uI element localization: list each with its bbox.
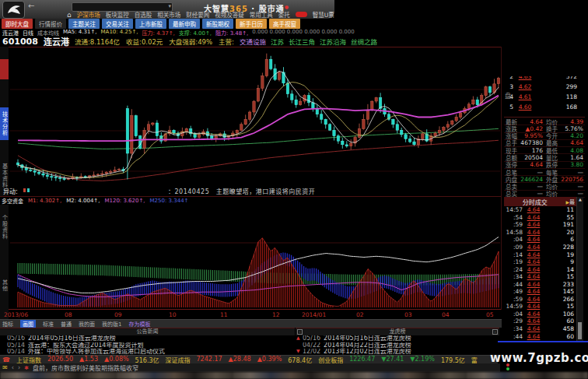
nav-tab-0[interactable]: 即时大盘: [2, 19, 33, 29]
main-menu: ⌂沪深市场板块监控自选股相关市场财经要闻视频及答疑常用工具委托智慧U票: [67, 10, 334, 19]
tick-price: 4.64: [523, 281, 544, 288]
news-item[interactable]: 05/162014年05月16日连云港龙虎榜: [0, 335, 295, 342]
scrollbar-thumb[interactable]: [578, 322, 582, 339]
chart-marker-icons: [23, 188, 30, 192]
tick-volume: 458: [544, 325, 576, 332]
menu-item-1[interactable]: 板块监控: [106, 10, 129, 19]
left-tab-其他[interactable]: 其他: [0, 276, 9, 295]
scroll-up-icon[interactable]: ▲: [296, 335, 300, 340]
nav-tab-3[interactable]: 交易关注: [102, 19, 133, 29]
order-price: 4.60: [513, 104, 537, 111]
nav-tab-2[interactable]: 主题关注: [68, 19, 100, 29]
stock-tag-3[interactable]: 江苏沿海: [320, 37, 346, 46]
tick-row: :344.64458: [504, 325, 576, 333]
nav-tab-1[interactable]: 行情报价: [35, 19, 66, 29]
stock-tag-0[interactable]: 交通设施: [240, 37, 266, 46]
toolbar-item-6[interactable]: 存为模板: [128, 320, 150, 328]
news-date: 05/14: [7, 349, 25, 355]
sub-param-3: M250: 3.344↑: [150, 198, 189, 204]
panel-bottom-divider: [498, 341, 588, 342]
stock-tag-1[interactable]: 江苏: [271, 37, 284, 46]
toolbar-item-2[interactable]: 标准: [43, 320, 54, 328]
menu-item-3[interactable]: 相关市场: [157, 10, 180, 19]
tick-row: :044.64106: [504, 311, 576, 318]
news-item[interactable]: 05/162014年05月16日连云港龙虎榜: [296, 335, 499, 342]
x-axis-label: 04: [442, 311, 450, 318]
sub-indicator-name[interactable]: 多空资金: [2, 197, 23, 205]
nav-tab-7[interactable]: 新手日历: [236, 19, 267, 29]
menu-item-5[interactable]: 视频及答疑: [215, 10, 244, 19]
app-window: ← ▾ 大智慧365 · 股市通● ⌂沪深市场板块监控自选股相关市场财经要闻视频…: [0, 0, 588, 379]
watermark: www.7gpzb.com: [490, 351, 588, 365]
order-level: 5: [504, 104, 513, 111]
toolbar-item-4[interactable]: 我的面: [79, 320, 95, 328]
tick-list-tab[interactable]: 分时成交▶最: [504, 197, 576, 206]
stock-code: 601008: [2, 37, 38, 47]
scroll-up-icon[interactable]: ▲: [577, 197, 583, 202]
news-date: 04/22: [303, 342, 320, 349]
toolbar-item-5[interactable]: 我的版1: [102, 320, 121, 328]
stock-stat-1: 收益:0.02元: [126, 37, 163, 46]
scrollbar[interactable]: ▲: [576, 197, 583, 341]
left-tab-技术分析[interactable]: 技术分析: [0, 107, 9, 140]
left-tab-个股资料[interactable]: 个股资料: [0, 211, 9, 244]
tick-time: :49: [504, 288, 523, 295]
tick-price: 4.64: [523, 296, 544, 303]
tick-volume: 60: [544, 333, 576, 340]
menu-item-0[interactable]: 沪深市场: [77, 10, 100, 19]
star-icon: ✱: [24, 365, 29, 371]
tick-volume: 6: [544, 236, 576, 243]
left-tab-strip: 技术分析基本资料个股资料其他: [0, 47, 9, 319]
index-name: 深证成指: [166, 356, 191, 364]
menu-item-2[interactable]: 自选股: [135, 10, 152, 19]
menu-item-7[interactable]: 委托: [278, 10, 290, 19]
stock-tag-4[interactable]: 丝绸之路: [351, 37, 377, 46]
nav-tab-4[interactable]: 上市新股: [135, 19, 166, 29]
left-tab-marker[interactable]: [0, 59, 9, 79]
tick-tab-more[interactable]: 最: [569, 198, 575, 205]
fund-flow-plot[interactable]: [9, 205, 502, 310]
tick-price: 4.64: [523, 244, 544, 251]
mail-icon[interactable]: ✉: [2, 364, 8, 371]
index-quote-2[interactable]: 创业板指1226.47▼27.41▼2.19%179.5亿: [318, 356, 465, 364]
scroll-down-icon[interactable]: ▼: [296, 349, 300, 353]
sub-indicator-chart[interactable]: [9, 205, 502, 310]
news-date: 12/02: [303, 349, 320, 355]
candlestick-plot[interactable]: [9, 47, 502, 186]
toolbar-item-3[interactable]: 普通: [61, 320, 72, 328]
tick-volume: 55: [544, 214, 576, 221]
tick-volume: 9: [544, 258, 576, 265]
toolbar-item-0[interactable]: 指标: [2, 320, 13, 328]
prev-message-icon[interactable]: ‹: [12, 364, 14, 371]
next-message-icon[interactable]: ›: [18, 364, 20, 371]
collapse-right-icon[interactable]: ›: [492, 329, 498, 335]
stock-tag-2[interactable]: 长江三角: [289, 37, 315, 46]
index-quote-0[interactable]: 上证指数2026.50▲1.53▲0.08%516.3亿: [16, 356, 159, 364]
message-text[interactable]: 盘前，房市数据利好美股期指跌幅收窄: [33, 363, 138, 372]
stock-stat-3: 主营:: [219, 37, 234, 46]
news-item[interactable]: 05/14连云港：股东大会通过2014年度投资计划: [0, 342, 295, 349]
tick-volume: 11: [544, 206, 576, 213]
menu-item-6[interactable]: 常用工具: [250, 10, 273, 19]
tick-volume: 228: [544, 244, 576, 251]
collapse-left-icon[interactable]: ‹: [297, 329, 303, 335]
home-icon[interactable]: ⌂: [67, 11, 72, 19]
menu-item-promo[interactable]: 智慧U票: [313, 10, 334, 19]
main-candlestick-chart[interactable]: [9, 47, 502, 196]
nav-tab-8[interactable]: 高手视窗: [269, 19, 300, 29]
stat-value: 4.08: [558, 147, 585, 154]
nav-tab-6[interactable]: 新股期权: [202, 19, 233, 29]
toolbar-item-1[interactable]: 画图: [20, 320, 36, 328]
stat-value: ▲0.42: [518, 125, 544, 132]
index-pct: ▲0.39%: [257, 356, 282, 364]
stat-value: —: [558, 190, 585, 197]
tick-price: 4.64: [523, 318, 544, 325]
tick-row: :094.64228: [504, 244, 576, 251]
index-quote-1[interactable]: 深证成指7242.17▲28.48▲0.39%678.4亿: [166, 356, 313, 364]
back-button[interactable]: ←: [28, 2, 34, 10]
news-item[interactable]: 04/222014年04月22日连云港龙虎榜: [296, 342, 499, 349]
nav-tab-5[interactable]: 最新申购: [169, 19, 200, 29]
stat-value: 4.64: [518, 118, 544, 125]
menu-item-4[interactable]: 财经要闻: [186, 10, 209, 19]
order-side-label: 盘: [505, 91, 511, 100]
